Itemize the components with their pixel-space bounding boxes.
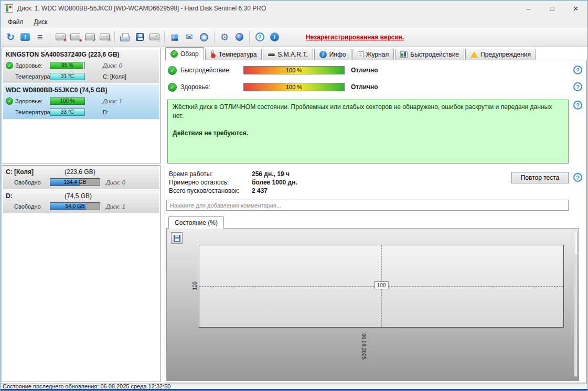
minimize-button[interactable]: – [517, 1, 540, 16]
tab-overview[interactable]: ✓ Обзор [165, 47, 204, 60]
disk-title: KINGSTON SA400S37240G (223,6 GB) [5, 50, 157, 60]
check-icon: ✓ [170, 50, 178, 58]
chart-y-tick: 100 [192, 278, 198, 294]
tab-bar: ✓ Обзор Температура S.M.A.R.T. i Инфо [165, 47, 587, 60]
check-icon: ✓ [168, 83, 177, 92]
alert-bubble-icon: ! [20, 33, 30, 41]
alert-report-button[interactable]: ! [18, 30, 33, 45]
comment-input[interactable] [166, 200, 569, 211]
app-icon [5, 4, 13, 13]
smart-icon [268, 53, 275, 56]
close-button[interactable]: ✕ [564, 1, 587, 16]
toolbar: ↻ ! ≡ ✕ ● ✓ ✕ → ▦ ✉ ⚙ ? i Незарегистриро… [1, 28, 587, 47]
status-message: Жёсткий диск в ОТЛИЧНОМ состоянии. Пробл… [173, 103, 563, 121]
toolbar-separator [214, 31, 215, 44]
title-bar: Диск: 1, WDC WD800BB-55JKC0 [WD-WCAMD662… [1, 1, 587, 16]
print-button[interactable] [117, 30, 132, 45]
main-area: ✓ Обзор Температура S.M.A.R.T. i Инфо [165, 47, 587, 383]
scrollbar-thumb[interactable] [574, 231, 577, 255]
partition-item-d[interactable]: D: (74,5 GB) Свободно 54,0 GB Диск: 1 [3, 190, 159, 213]
partition-title: D: (74,5 GB) [5, 191, 157, 201]
disk-error-button[interactable]: ● [68, 30, 82, 45]
help-icon[interactable]: ? [573, 173, 582, 182]
temperature-bar: 31 °C [50, 73, 85, 80]
warning-icon [471, 51, 478, 58]
thermometer-icon [211, 50, 214, 57]
maximize-button[interactable]: □ [540, 1, 564, 16]
health-status: Отлично [351, 83, 378, 91]
chart-vertical-scrollbar[interactable] [574, 231, 578, 377]
performance-gradient-bar: 100 % [243, 66, 345, 74]
partition-item-c[interactable]: C: [Коля] (223,6 GB) Свободно 134,4 GB Д… [3, 166, 159, 189]
toolbar-separator [50, 31, 50, 44]
chart-icon [400, 51, 408, 58]
disk-number: Диск: 0 [106, 179, 125, 186]
toolbar-separator [249, 31, 250, 44]
export-button[interactable]: → [147, 30, 162, 45]
list-icon: ≡ [37, 32, 43, 42]
partition-free-row: Свободно 134,4 GB Диск: 0 [5, 177, 157, 188]
stat-power-on: Время работы: 256 дн., 19 ч [169, 170, 297, 178]
globe-icon [236, 33, 243, 41]
settings-button[interactable]: ⚙ [217, 30, 232, 45]
free-space-bar: 134,4 GB [50, 178, 100, 186]
tab-info[interactable]: i Инфо [314, 49, 351, 60]
info-icon: i [270, 32, 279, 41]
unregistered-version-link[interactable]: Незарегистрированная версия. [306, 34, 404, 41]
tab-smart[interactable]: S.M.A.R.T. [263, 49, 313, 60]
tab-alerts[interactable]: Предупреждения [465, 49, 536, 60]
sound-button[interactable] [197, 30, 211, 45]
cd-icon [200, 33, 208, 41]
overview-panel: ✓ Быстродействие: 100 % Отлично ? ✓ Здор… [165, 60, 587, 383]
log-button[interactable]: ≡ [33, 30, 47, 45]
help-icon[interactable]: ? [573, 101, 582, 110]
health-row: ✓ Здоровье: 100 % Отлично [168, 82, 571, 92]
stat-start-stop: Всего пусков/остановок: 2 437 [169, 187, 297, 195]
grid-icon: ▦ [170, 33, 178, 41]
disk-health-row: ✓ Здоровье: 95 % Диск: 0 [5, 60, 157, 71]
partition-title: C: [Коля] (223,6 GB) [5, 167, 157, 177]
disk-health-row: ✓ Здоровье: 100 % Диск: 1 [5, 95, 157, 106]
email-button[interactable]: ✉ [182, 30, 197, 45]
check-icon: ✓ [6, 97, 13, 105]
stats-block: Время работы: 256 дн., 19 ч Примерно ост… [169, 170, 297, 195]
disk-remove-button[interactable]: ✕ [53, 30, 68, 45]
disk-title: WDC WD800BB-55JKC0 (74,5 GB) [5, 85, 157, 95]
menu-file[interactable]: Файл [3, 17, 29, 27]
window-bottom-border [1, 389, 587, 390]
tab-log[interactable]: Журнал [352, 49, 394, 60]
tab-temperature[interactable]: Температура [205, 49, 262, 60]
disk-item-wdc[interactable]: WDC WD800BB-55JKC0 (74,5 GB) ✓ Здоровье:… [3, 84, 159, 119]
retest-button[interactable]: Повтор теста [511, 172, 569, 183]
help-icon[interactable]: ? [573, 82, 582, 91]
help-icon[interactable]: ? [573, 66, 582, 74]
disk-disabled-button[interactable]: ✕ [97, 30, 112, 45]
disk-temp-row: Температура: 31 °C C: [Коля] [5, 71, 157, 82]
refresh-button[interactable]: ↻ [3, 30, 18, 45]
printer-icon [120, 36, 130, 41]
chart-tab-state[interactable]: Состояние (%) [168, 216, 224, 229]
info-button[interactable]: i [267, 30, 282, 45]
help-button[interactable]: ? [252, 30, 267, 45]
online-button[interactable] [232, 30, 247, 45]
tab-performance[interactable]: Быстродействие [395, 49, 464, 60]
save-report-button[interactable] [132, 30, 147, 45]
status-action: Действия не требуются. [173, 129, 563, 138]
partition-list: C: [Коля] (223,6 GB) Свободно 134,4 GB Д… [2, 165, 161, 382]
disk-partition-ref: C: [Коля] [103, 73, 155, 80]
mail-icon: ✉ [186, 33, 193, 41]
workspace: KINGSTON SA400S37240G (223,6 GB) ✓ Здоро… [1, 47, 587, 383]
disk-ok-button[interactable]: ✓ [82, 30, 97, 45]
menu-disk[interactable]: Диск [29, 17, 53, 27]
disk-number: Диск: 1 [103, 98, 155, 104]
stat-lifetime: Примерно осталось: более 1000 дн. [169, 178, 297, 187]
chart-plot-area: 100 [199, 245, 564, 328]
save-disk-icon [136, 33, 144, 41]
report-grid-button[interactable]: ▦ [167, 30, 182, 45]
chart-save-button[interactable] [171, 232, 183, 244]
help-icon: ? [255, 32, 264, 41]
disk-item-kingston[interactable]: KINGSTON SA400S37240G (223,6 GB) ✓ Здоро… [3, 49, 159, 83]
health-gradient-bar: 100 % [243, 83, 345, 91]
check-icon: ✓ [168, 66, 177, 75]
disk-remove-icon: ✕ [56, 34, 66, 40]
